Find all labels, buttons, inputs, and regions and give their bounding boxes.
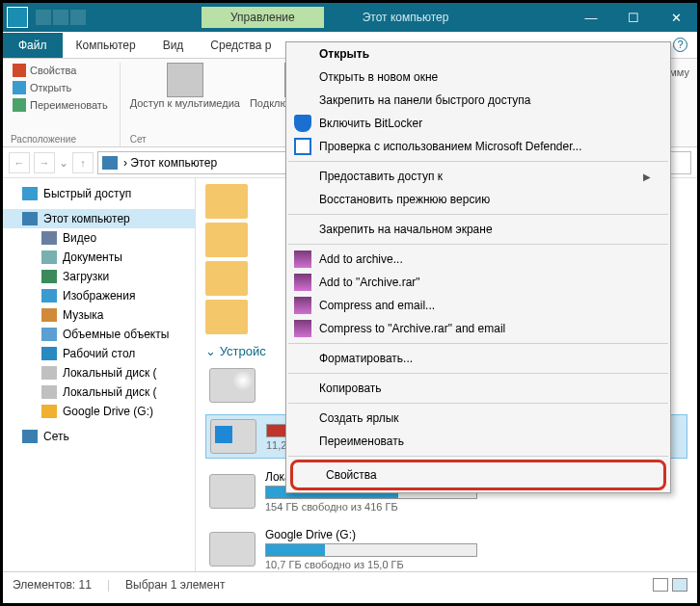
up-button[interactable]: ↑ xyxy=(72,152,94,173)
network-icon xyxy=(22,430,38,443)
qat-button[interactable] xyxy=(53,10,68,25)
ctx-create-shortcut[interactable]: Создать ярлык xyxy=(286,407,670,430)
downloads-icon xyxy=(41,270,57,283)
star-icon xyxy=(22,187,38,200)
contextual-tab-management[interactable]: Управление xyxy=(202,7,324,28)
ctx-separator xyxy=(288,373,668,374)
system-drive-icon xyxy=(210,419,256,454)
thispc-icon xyxy=(22,212,38,225)
quick-access-toolbar xyxy=(36,10,86,25)
ctx-compress-rar-email[interactable]: Compress to "Archive.rar" and email xyxy=(286,317,670,340)
recent-dropdown[interactable]: ⌄ xyxy=(59,156,68,170)
nav-downloads[interactable]: Загрузки xyxy=(3,267,195,286)
ctx-open[interactable]: Открыть xyxy=(286,42,670,66)
ctx-separator xyxy=(288,403,668,404)
ctx-restore-version[interactable]: Восстановить прежнюю версию xyxy=(286,188,670,211)
ctx-pin-start[interactable]: Закрепить на начальном экране xyxy=(286,218,670,241)
ctx-add-archive[interactable]: Add to archive... xyxy=(286,248,670,271)
capacity-bar xyxy=(265,543,477,557)
forward-button[interactable]: → xyxy=(34,152,55,173)
nav-images[interactable]: Изображения xyxy=(3,286,195,305)
nav-gdrive[interactable]: Google Drive (G:) xyxy=(3,402,195,421)
ctx-add-rar[interactable]: Add to "Archive.rar" xyxy=(286,271,670,294)
network-group-label: Сет xyxy=(130,134,147,146)
nav-quick-access[interactable]: Быстрый доступ xyxy=(3,184,195,203)
nav-documents[interactable]: Документы xyxy=(3,248,195,267)
drive-icon xyxy=(41,366,57,380)
folder-icon xyxy=(205,223,248,257)
media-access-button[interactable]: Доступ к мультимедиа xyxy=(130,63,240,109)
computer-tab[interactable]: Компьютер xyxy=(63,33,149,58)
folder-icon xyxy=(205,300,248,334)
dvd-drive-icon xyxy=(209,368,256,403)
winrar-icon xyxy=(294,250,311,268)
qat-button[interactable] xyxy=(36,10,51,25)
window-controls: ― ☐ ✕ xyxy=(570,3,697,32)
ctx-grant-access[interactable]: Предоставить доступ к▶ xyxy=(286,165,670,188)
minimize-button[interactable]: ― xyxy=(570,3,612,32)
ctx-compress-email[interactable]: Compress and email... xyxy=(286,294,670,317)
maximize-button[interactable]: ☐ xyxy=(612,3,655,32)
qat-dropdown[interactable] xyxy=(70,10,86,25)
submenu-arrow-icon: ▶ xyxy=(643,171,651,182)
winrar-icon xyxy=(294,274,311,291)
defender-icon xyxy=(294,138,311,155)
ctx-format[interactable]: Форматировать... xyxy=(286,347,670,370)
ctx-copy[interactable]: Копировать xyxy=(286,377,670,400)
nav-3d-objects[interactable]: Объемные объекты xyxy=(3,325,195,344)
system-icon[interactable] xyxy=(7,7,28,28)
drive-tools-tab[interactable]: Средства р xyxy=(197,33,284,58)
back-button[interactable]: ← xyxy=(9,152,30,173)
ctx-open-new-window[interactable]: Открыть в новом окне xyxy=(286,66,670,89)
drive-icon xyxy=(209,532,256,566)
drive-icon xyxy=(41,385,57,399)
title-bar: Управление Этот компьютер ― ☐ ✕ xyxy=(3,3,697,32)
close-button[interactable]: ✕ xyxy=(655,3,697,32)
ctx-rename[interactable]: Переименовать xyxy=(286,430,670,453)
ctx-separator xyxy=(288,343,668,344)
drive-g[interactable]: Google Drive (G:) 10,7 ГБ свободно из 15… xyxy=(205,524,687,571)
address-segment[interactable]: Этот компьютер xyxy=(130,156,217,170)
tiles-view-icon[interactable] xyxy=(672,578,687,592)
ctx-defender[interactable]: Проверка с использованием Microsoft Defe… xyxy=(286,135,670,158)
ctx-separator xyxy=(288,214,668,215)
thispc-icon xyxy=(102,156,118,170)
navigation-pane: Быстрый доступ Этот компьютер Видео Доку… xyxy=(3,178,196,571)
file-tab[interactable]: Файл xyxy=(3,33,63,58)
open-button[interactable]: Открыть xyxy=(11,80,110,95)
images-icon xyxy=(41,289,57,303)
nav-local-d[interactable]: Локальный диск ( xyxy=(3,382,195,402)
nav-music[interactable]: Музыка xyxy=(3,305,195,325)
shield-icon xyxy=(294,115,311,132)
nav-local-c[interactable]: Локальный диск ( xyxy=(3,363,195,382)
documents-icon xyxy=(41,250,57,264)
nav-desktop[interactable]: Рабочий стол xyxy=(3,344,195,363)
ctx-separator xyxy=(288,161,668,162)
rename-button[interactable]: Переименовать xyxy=(11,97,110,113)
ctx-bitlocker[interactable]: Включить BitLocker xyxy=(286,112,670,135)
context-menu: Открыть Открыть в новом окне Закрепить н… xyxy=(285,41,671,493)
nav-this-pc[interactable]: Этот компьютер xyxy=(3,209,195,228)
view-tab[interactable]: Вид xyxy=(149,33,198,58)
drive-name: Google Drive (G:) xyxy=(265,528,684,541)
truncated-button[interactable]: мму xyxy=(669,63,689,146)
desktop-icon xyxy=(41,347,57,360)
ctx-pin-quick-access[interactable]: Закрепить на панели быстрого доступа xyxy=(286,89,670,112)
drive-info: 154 ГБ свободно из 416 ГБ xyxy=(265,501,684,513)
winrar-icon xyxy=(294,320,311,337)
media-icon xyxy=(167,63,203,97)
item-count: Элементов: 11 xyxy=(13,578,92,592)
help-icon[interactable]: ? xyxy=(673,38,687,52)
properties-button[interactable]: Свойства xyxy=(11,63,110,78)
location-group-label: Расположение xyxy=(11,134,76,146)
ctx-properties[interactable]: Свойства xyxy=(293,462,663,487)
ctx-separator xyxy=(288,456,668,457)
status-bar: Элементов: 11 | Выбран 1 элемент xyxy=(3,571,697,596)
drive-info: 10,7 ГБ свободно из 15,0 ГБ xyxy=(265,559,684,570)
nav-network[interactable]: Сеть xyxy=(3,427,195,446)
details-view-icon[interactable] xyxy=(653,578,668,592)
folder-icon xyxy=(205,184,248,219)
ctx-properties-highlighted: Свойства xyxy=(290,460,666,490)
nav-videos[interactable]: Видео xyxy=(3,228,195,248)
video-icon xyxy=(41,231,57,245)
